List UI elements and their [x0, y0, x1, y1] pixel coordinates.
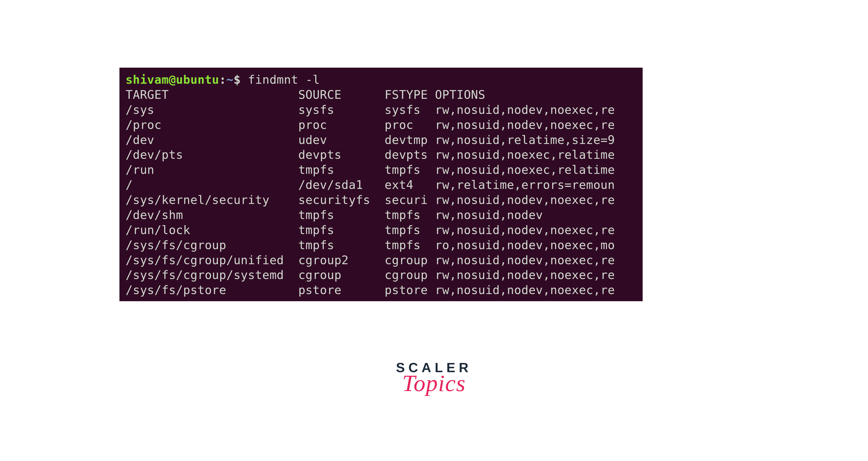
prompt-path: ~	[226, 73, 234, 87]
output-row: /dev udev devtmp rw,nosuid,relatime,size…	[126, 132, 637, 148]
prompt-line: shivam@ubuntu:~$ findmnt -l	[126, 72, 637, 87]
output-row: /sys/fs/pstore pstore pstore rw,nosuid,n…	[126, 283, 637, 298]
branding-logo: SCALER Topics	[396, 360, 472, 397]
output-row: / /dev/sda1 ext4 rw,relatime,errors=remo…	[126, 177, 637, 192]
output-row: /sys/fs/cgroup/systemd cgroup cgroup rw,…	[126, 268, 637, 283]
command-text: findmnt -l	[248, 73, 320, 87]
logo-text-topics: Topics	[396, 370, 472, 397]
output-row: /sys/fs/cgroup tmpfs tmpfs ro,nosuid,nod…	[126, 238, 637, 253]
output-row: /sys sysfs sysfs rw,nosuid,nodev,noexec,…	[126, 102, 637, 117]
prompt-command: findmnt -l	[241, 73, 320, 87]
prompt-colon: :	[219, 73, 226, 87]
output-row: /run tmpfs tmpfs rw,nosuid,noexec,relati…	[126, 162, 637, 177]
output-row: /dev/pts devpts devpts rw,nosuid,noexec,…	[126, 147, 637, 162]
terminal-output: TARGET SOURCE FSTYPE OPTIONS/sys sysfs s…	[126, 87, 637, 298]
output-row: /dev/shm tmpfs tmpfs rw,nosuid,nodev	[126, 208, 637, 223]
output-row: /run/lock tmpfs tmpfs rw,nosuid,nodev,no…	[126, 223, 637, 238]
output-row: /sys/kernel/security securityfs securi r…	[126, 192, 637, 208]
prompt-dollar: $	[234, 73, 241, 87]
terminal-window[interactable]: shivam@ubuntu:~$ findmnt -l TARGET SOURC…	[119, 68, 643, 301]
prompt-user-host: shivam@ubuntu	[126, 73, 219, 87]
output-header-row: TARGET SOURCE FSTYPE OPTIONS	[126, 87, 637, 102]
output-row: /proc proc proc rw,nosuid,nodev,noexec,r…	[126, 117, 637, 132]
output-row: /sys/fs/cgroup/unified cgroup2 cgroup rw…	[126, 253, 637, 268]
